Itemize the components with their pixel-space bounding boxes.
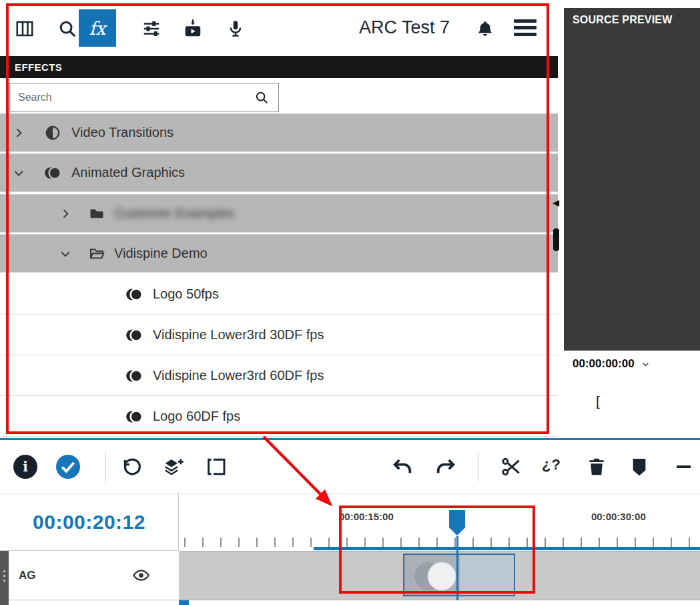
zoom-out-icon[interactable] bbox=[677, 465, 691, 468]
tree-row-vidispine-demo[interactable]: Vidispine Demo bbox=[0, 234, 558, 272]
tree-row-logo-50fps[interactable]: Logo 50fps bbox=[0, 274, 558, 315]
timeline-panel: i ¿? bbox=[0, 438, 700, 605]
toolbar-divider bbox=[105, 452, 106, 481]
ruler-label: 00:00:30:00 bbox=[591, 511, 646, 522]
tree-row-label: Vidispine Demo bbox=[114, 246, 208, 261]
animated-graphics-icon bbox=[124, 327, 144, 344]
animated-graphics-clip[interactable] bbox=[403, 554, 515, 596]
panel-grid-icon[interactable] bbox=[13, 17, 36, 40]
search-icon[interactable] bbox=[254, 90, 269, 105]
animated-graphics-icon bbox=[124, 408, 144, 425]
tree-row-label: Vidispine Lower3rd 60DF fps bbox=[153, 368, 324, 383]
tree-row-animated-graphics[interactable]: Animated Graphics bbox=[0, 154, 558, 192]
tree-row-label: Logo 50fps bbox=[153, 286, 219, 302]
tree-row-logo-60df[interactable]: Logo 60DF fps bbox=[0, 397, 558, 437]
tree-row-lower3rd-30df[interactable]: Vidispine Lower3rd 30DF fps bbox=[0, 315, 558, 355]
source-preview-title: SOURCE PREVIEW bbox=[573, 14, 673, 26]
track-visibility-eye-icon[interactable] bbox=[132, 566, 150, 584]
tree-row-video-transitions[interactable]: Video Transitions bbox=[0, 114, 558, 152]
track-drag-handle[interactable] bbox=[0, 551, 9, 600]
timeline-toolbar: i ¿? bbox=[0, 440, 700, 493]
mark-in-bracket: [ bbox=[596, 393, 600, 409]
menu-icon[interactable] bbox=[514, 19, 537, 36]
add-layer-icon[interactable] bbox=[161, 455, 186, 479]
reset-icon[interactable] bbox=[120, 455, 144, 479]
ruler-label: 00:00:15:00 bbox=[339, 511, 394, 522]
current-timecode-cell: 00:00:20:12 bbox=[0, 493, 179, 551]
tree-row-customer-examples[interactable]: Customer Examples bbox=[0, 194, 558, 232]
animated-graphics-icon bbox=[124, 367, 144, 385]
effects-tab-button[interactable]: fx bbox=[79, 9, 116, 47]
redo-icon[interactable] bbox=[434, 455, 458, 479]
confirm-check-button[interactable] bbox=[56, 455, 80, 479]
delete-trash-icon[interactable] bbox=[585, 455, 609, 479]
video-transition-icon bbox=[43, 124, 63, 142]
page-title: ARC Test 7 bbox=[359, 17, 450, 38]
search-input[interactable] bbox=[10, 91, 254, 104]
effects-panel-header: EFFECTS bbox=[0, 56, 558, 78]
tree-row-label: Video Transitions bbox=[71, 125, 173, 140]
undo-icon[interactable] bbox=[390, 455, 414, 479]
toolbar-divider bbox=[478, 452, 478, 481]
tree-row-lower3rd-60df[interactable]: Vidispine Lower3rd 60DF fps bbox=[0, 356, 558, 396]
marker-flag-icon[interactable] bbox=[627, 455, 651, 479]
folder-icon bbox=[88, 206, 105, 222]
panel-collapse-icon[interactable]: ◀ bbox=[553, 198, 559, 208]
settings-sliders-icon[interactable] bbox=[140, 17, 163, 40]
chevron-right-icon[interactable] bbox=[59, 207, 72, 220]
source-preview-timecode[interactable]: 00:00:00:00 bbox=[573, 357, 650, 371]
animated-graphics-icon bbox=[124, 286, 144, 303]
effects-search-box[interactable] bbox=[9, 83, 279, 112]
tree-row-label: Logo 60DF fps bbox=[153, 409, 240, 424]
ruler-extent-bar bbox=[314, 547, 700, 550]
chevron-down-icon[interactable] bbox=[59, 247, 72, 260]
app-window: fx ARC Test 7 EFFECTS Video Transitions … bbox=[0, 0, 700, 605]
track-row-ag: AG bbox=[0, 551, 700, 600]
info-button[interactable]: i bbox=[13, 455, 37, 479]
timeline-ruler[interactable]: 00:00:15:00 00:00:30:00 bbox=[179, 493, 700, 551]
panel-splitter-handle[interactable] bbox=[553, 228, 559, 251]
track-header: AG bbox=[9, 551, 179, 600]
slip-slide-icon[interactable]: ¿? bbox=[542, 456, 561, 473]
tree-row-label: Vidispine Lower3rd 30DF fps bbox=[153, 327, 324, 343]
folder-open-icon bbox=[88, 246, 105, 262]
chevron-right-icon[interactable] bbox=[12, 126, 25, 140]
ruler-ticks bbox=[184, 538, 700, 547]
search-icon[interactable] bbox=[56, 17, 79, 40]
source-preview-area: SOURCE PREVIEW bbox=[564, 8, 700, 351]
playhead-marker[interactable] bbox=[448, 510, 466, 536]
tree-row-label: Animated Graphics bbox=[71, 165, 185, 180]
chevron-down-icon[interactable] bbox=[641, 360, 650, 369]
timecode-value: 00:00:00:00 bbox=[573, 357, 635, 371]
next-track-handle bbox=[0, 600, 9, 605]
playhead-line[interactable] bbox=[456, 536, 458, 600]
top-toolbar: fx ARC Test 7 bbox=[0, 0, 558, 56]
notifications-bell-icon[interactable] bbox=[474, 18, 496, 41]
next-track-clip-edge bbox=[179, 600, 189, 605]
chevron-down-icon[interactable] bbox=[12, 166, 25, 180]
cut-scissors-icon[interactable] bbox=[499, 455, 523, 479]
current-timecode: 00:00:20:12 bbox=[33, 511, 145, 534]
animated-graphics-icon bbox=[43, 164, 63, 182]
render-export-icon[interactable] bbox=[182, 17, 204, 40]
match-frame-icon[interactable] bbox=[204, 455, 228, 479]
track-name: AG bbox=[19, 569, 36, 582]
microphone-icon[interactable] bbox=[224, 17, 247, 40]
fx-icon: fx bbox=[89, 18, 105, 39]
tree-row-label: Customer Examples bbox=[114, 206, 234, 221]
